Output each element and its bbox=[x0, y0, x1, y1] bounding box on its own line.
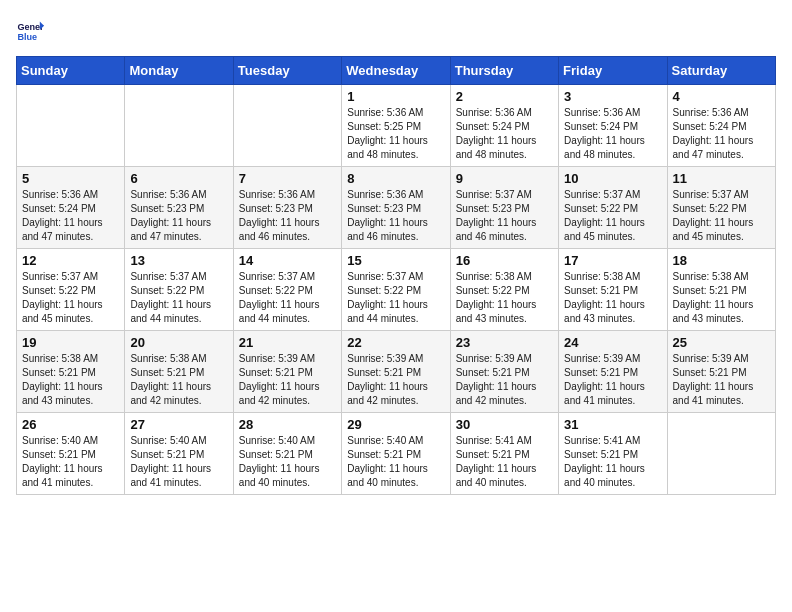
day-info: Sunrise: 5:38 AM Sunset: 5:22 PM Dayligh… bbox=[456, 270, 553, 326]
weekday-header-monday: Monday bbox=[125, 57, 233, 85]
day-number: 19 bbox=[22, 335, 119, 350]
day-number: 1 bbox=[347, 89, 444, 104]
day-info: Sunrise: 5:40 AM Sunset: 5:21 PM Dayligh… bbox=[130, 434, 227, 490]
calendar-cell: 8Sunrise: 5:36 AM Sunset: 5:23 PM Daylig… bbox=[342, 167, 450, 249]
day-info: Sunrise: 5:38 AM Sunset: 5:21 PM Dayligh… bbox=[22, 352, 119, 408]
calendar-cell: 3Sunrise: 5:36 AM Sunset: 5:24 PM Daylig… bbox=[559, 85, 667, 167]
calendar-cell: 25Sunrise: 5:39 AM Sunset: 5:21 PM Dayli… bbox=[667, 331, 775, 413]
day-number: 6 bbox=[130, 171, 227, 186]
day-info: Sunrise: 5:39 AM Sunset: 5:21 PM Dayligh… bbox=[239, 352, 336, 408]
weekday-header-friday: Friday bbox=[559, 57, 667, 85]
calendar-cell bbox=[125, 85, 233, 167]
day-number: 8 bbox=[347, 171, 444, 186]
calendar-week-0: 1Sunrise: 5:36 AM Sunset: 5:25 PM Daylig… bbox=[17, 85, 776, 167]
calendar-week-4: 26Sunrise: 5:40 AM Sunset: 5:21 PM Dayli… bbox=[17, 413, 776, 495]
calendar-cell: 9Sunrise: 5:37 AM Sunset: 5:23 PM Daylig… bbox=[450, 167, 558, 249]
day-info: Sunrise: 5:40 AM Sunset: 5:21 PM Dayligh… bbox=[22, 434, 119, 490]
calendar-cell: 20Sunrise: 5:38 AM Sunset: 5:21 PM Dayli… bbox=[125, 331, 233, 413]
day-number: 5 bbox=[22, 171, 119, 186]
calendar-cell: 6Sunrise: 5:36 AM Sunset: 5:23 PM Daylig… bbox=[125, 167, 233, 249]
calendar-header: SundayMondayTuesdayWednesdayThursdayFrid… bbox=[17, 57, 776, 85]
day-info: Sunrise: 5:36 AM Sunset: 5:23 PM Dayligh… bbox=[347, 188, 444, 244]
calendar-cell bbox=[667, 413, 775, 495]
logo: General Blue bbox=[16, 16, 48, 44]
calendar-cell: 31Sunrise: 5:41 AM Sunset: 5:21 PM Dayli… bbox=[559, 413, 667, 495]
day-info: Sunrise: 5:38 AM Sunset: 5:21 PM Dayligh… bbox=[564, 270, 661, 326]
day-info: Sunrise: 5:36 AM Sunset: 5:24 PM Dayligh… bbox=[564, 106, 661, 162]
day-info: Sunrise: 5:38 AM Sunset: 5:21 PM Dayligh… bbox=[130, 352, 227, 408]
day-info: Sunrise: 5:40 AM Sunset: 5:21 PM Dayligh… bbox=[347, 434, 444, 490]
calendar-cell bbox=[17, 85, 125, 167]
day-info: Sunrise: 5:37 AM Sunset: 5:22 PM Dayligh… bbox=[564, 188, 661, 244]
day-info: Sunrise: 5:41 AM Sunset: 5:21 PM Dayligh… bbox=[564, 434, 661, 490]
day-number: 27 bbox=[130, 417, 227, 432]
day-number: 10 bbox=[564, 171, 661, 186]
calendar-cell: 10Sunrise: 5:37 AM Sunset: 5:22 PM Dayli… bbox=[559, 167, 667, 249]
day-info: Sunrise: 5:41 AM Sunset: 5:21 PM Dayligh… bbox=[456, 434, 553, 490]
day-info: Sunrise: 5:37 AM Sunset: 5:23 PM Dayligh… bbox=[456, 188, 553, 244]
calendar-cell: 18Sunrise: 5:38 AM Sunset: 5:21 PM Dayli… bbox=[667, 249, 775, 331]
svg-text:Blue: Blue bbox=[17, 32, 37, 42]
day-number: 11 bbox=[673, 171, 770, 186]
day-number: 23 bbox=[456, 335, 553, 350]
calendar-cell: 1Sunrise: 5:36 AM Sunset: 5:25 PM Daylig… bbox=[342, 85, 450, 167]
day-number: 12 bbox=[22, 253, 119, 268]
day-info: Sunrise: 5:36 AM Sunset: 5:23 PM Dayligh… bbox=[239, 188, 336, 244]
day-number: 7 bbox=[239, 171, 336, 186]
calendar-table: SundayMondayTuesdayWednesdayThursdayFrid… bbox=[16, 56, 776, 495]
day-number: 9 bbox=[456, 171, 553, 186]
day-number: 25 bbox=[673, 335, 770, 350]
day-number: 22 bbox=[347, 335, 444, 350]
day-info: Sunrise: 5:36 AM Sunset: 5:24 PM Dayligh… bbox=[456, 106, 553, 162]
calendar-cell: 26Sunrise: 5:40 AM Sunset: 5:21 PM Dayli… bbox=[17, 413, 125, 495]
day-info: Sunrise: 5:37 AM Sunset: 5:22 PM Dayligh… bbox=[130, 270, 227, 326]
day-number: 2 bbox=[456, 89, 553, 104]
day-info: Sunrise: 5:36 AM Sunset: 5:25 PM Dayligh… bbox=[347, 106, 444, 162]
calendar-cell: 21Sunrise: 5:39 AM Sunset: 5:21 PM Dayli… bbox=[233, 331, 341, 413]
calendar-cell: 7Sunrise: 5:36 AM Sunset: 5:23 PM Daylig… bbox=[233, 167, 341, 249]
day-number: 18 bbox=[673, 253, 770, 268]
calendar-cell: 29Sunrise: 5:40 AM Sunset: 5:21 PM Dayli… bbox=[342, 413, 450, 495]
day-number: 20 bbox=[130, 335, 227, 350]
calendar-cell: 12Sunrise: 5:37 AM Sunset: 5:22 PM Dayli… bbox=[17, 249, 125, 331]
weekday-header-tuesday: Tuesday bbox=[233, 57, 341, 85]
logo-icon: General Blue bbox=[16, 16, 44, 44]
day-info: Sunrise: 5:39 AM Sunset: 5:21 PM Dayligh… bbox=[673, 352, 770, 408]
calendar-week-3: 19Sunrise: 5:38 AM Sunset: 5:21 PM Dayli… bbox=[17, 331, 776, 413]
day-number: 31 bbox=[564, 417, 661, 432]
day-info: Sunrise: 5:36 AM Sunset: 5:24 PM Dayligh… bbox=[673, 106, 770, 162]
day-info: Sunrise: 5:37 AM Sunset: 5:22 PM Dayligh… bbox=[673, 188, 770, 244]
day-info: Sunrise: 5:37 AM Sunset: 5:22 PM Dayligh… bbox=[239, 270, 336, 326]
day-info: Sunrise: 5:39 AM Sunset: 5:21 PM Dayligh… bbox=[456, 352, 553, 408]
calendar-cell: 4Sunrise: 5:36 AM Sunset: 5:24 PM Daylig… bbox=[667, 85, 775, 167]
calendar-cell: 16Sunrise: 5:38 AM Sunset: 5:22 PM Dayli… bbox=[450, 249, 558, 331]
calendar-cell: 17Sunrise: 5:38 AM Sunset: 5:21 PM Dayli… bbox=[559, 249, 667, 331]
day-info: Sunrise: 5:39 AM Sunset: 5:21 PM Dayligh… bbox=[564, 352, 661, 408]
weekday-header-sunday: Sunday bbox=[17, 57, 125, 85]
day-info: Sunrise: 5:36 AM Sunset: 5:24 PM Dayligh… bbox=[22, 188, 119, 244]
day-number: 26 bbox=[22, 417, 119, 432]
day-number: 3 bbox=[564, 89, 661, 104]
day-info: Sunrise: 5:37 AM Sunset: 5:22 PM Dayligh… bbox=[22, 270, 119, 326]
calendar-cell: 24Sunrise: 5:39 AM Sunset: 5:21 PM Dayli… bbox=[559, 331, 667, 413]
day-number: 15 bbox=[347, 253, 444, 268]
calendar-cell: 19Sunrise: 5:38 AM Sunset: 5:21 PM Dayli… bbox=[17, 331, 125, 413]
calendar-cell: 30Sunrise: 5:41 AM Sunset: 5:21 PM Dayli… bbox=[450, 413, 558, 495]
day-number: 4 bbox=[673, 89, 770, 104]
day-info: Sunrise: 5:40 AM Sunset: 5:21 PM Dayligh… bbox=[239, 434, 336, 490]
calendar-cell: 11Sunrise: 5:37 AM Sunset: 5:22 PM Dayli… bbox=[667, 167, 775, 249]
day-number: 17 bbox=[564, 253, 661, 268]
calendar-cell: 14Sunrise: 5:37 AM Sunset: 5:22 PM Dayli… bbox=[233, 249, 341, 331]
calendar-cell: 13Sunrise: 5:37 AM Sunset: 5:22 PM Dayli… bbox=[125, 249, 233, 331]
calendar-cell: 23Sunrise: 5:39 AM Sunset: 5:21 PM Dayli… bbox=[450, 331, 558, 413]
calendar-cell: 22Sunrise: 5:39 AM Sunset: 5:21 PM Dayli… bbox=[342, 331, 450, 413]
calendar-cell: 15Sunrise: 5:37 AM Sunset: 5:22 PM Dayli… bbox=[342, 249, 450, 331]
weekday-header-wednesday: Wednesday bbox=[342, 57, 450, 85]
calendar-cell bbox=[233, 85, 341, 167]
calendar-week-2: 12Sunrise: 5:37 AM Sunset: 5:22 PM Dayli… bbox=[17, 249, 776, 331]
page-header: General Blue bbox=[16, 16, 776, 44]
day-number: 30 bbox=[456, 417, 553, 432]
day-info: Sunrise: 5:37 AM Sunset: 5:22 PM Dayligh… bbox=[347, 270, 444, 326]
calendar-cell: 28Sunrise: 5:40 AM Sunset: 5:21 PM Dayli… bbox=[233, 413, 341, 495]
day-number: 21 bbox=[239, 335, 336, 350]
